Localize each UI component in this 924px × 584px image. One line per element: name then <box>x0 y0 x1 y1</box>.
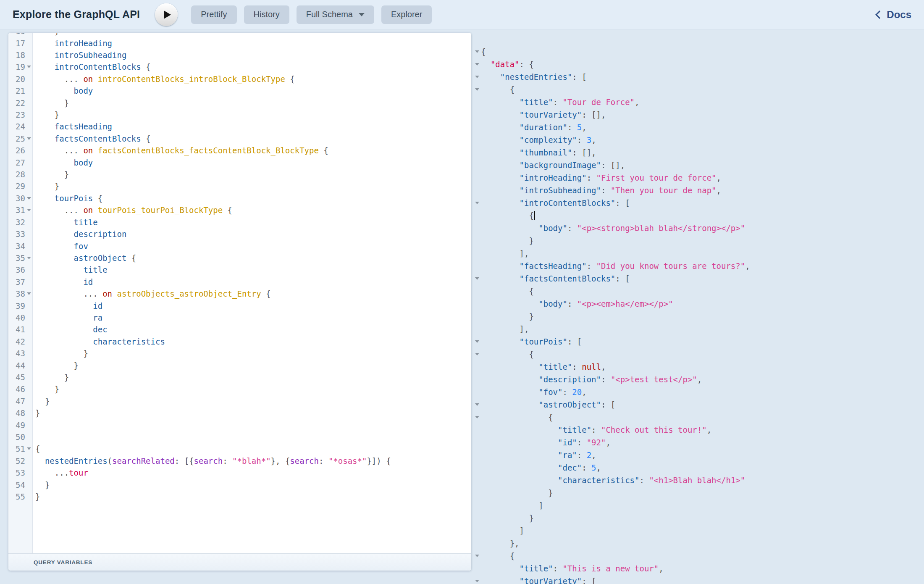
token-prop: body <box>74 158 93 167</box>
query-code-line[interactable]: 51{ <box>8 443 471 455</box>
fold-arrow-icon[interactable] <box>475 202 479 204</box>
query-code-line[interactable]: 22} <box>8 97 471 108</box>
fold-arrow-icon[interactable] <box>27 137 31 140</box>
text-cursor <box>534 211 535 220</box>
line-number: 42 <box>8 337 25 346</box>
query-code-line[interactable]: 40ra <box>8 312 471 324</box>
query-code-line[interactable]: 20... on introContentBlocks_introBlock_B… <box>8 73 471 85</box>
line-number: 37 <box>8 277 25 287</box>
query-code-line[interactable]: 19introContentBlocks { <box>8 61 471 73</box>
token-prop: "introHeading" <box>520 173 587 182</box>
query-code-line[interactable]: 47} <box>8 395 471 407</box>
token-punct: , <box>717 173 721 182</box>
token-str: "Tour de Force" <box>562 97 635 107</box>
query-code-line[interactable]: 38... on astroObjects_astroObject_Entry … <box>8 288 471 300</box>
fold-arrow-icon[interactable] <box>475 555 479 557</box>
query-code-line[interactable]: 28} <box>8 168 471 180</box>
query-code-line[interactable]: 43} <box>8 347 471 359</box>
fold-arrow-icon[interactable] <box>475 403 479 406</box>
fold-arrow-icon[interactable] <box>27 257 31 259</box>
query-code-line[interactable]: 50 <box>8 431 471 443</box>
query-code-line[interactable]: 32title <box>8 216 471 228</box>
query-code-line[interactable]: 23} <box>8 109 471 121</box>
token-punct: } <box>529 513 533 523</box>
full-schema-dropdown[interactable]: Full Schema <box>297 5 374 24</box>
query-code-line[interactable]: 27body <box>8 156 471 168</box>
token-punct: { <box>223 205 232 215</box>
prettify-button[interactable]: Prettify <box>191 5 236 24</box>
query-code-line[interactable]: 31... on tourPois_tourPoi_BlockType { <box>8 204 471 216</box>
fold-arrow-icon[interactable] <box>475 353 479 355</box>
token-prop: "title" <box>520 564 553 573</box>
token-prop: "tourVariety" <box>520 576 582 584</box>
query-code-line[interactable]: 18introSubheading <box>8 49 471 61</box>
line-number: 29 <box>8 182 25 191</box>
query-code-line[interactable]: 26... on factsContentBlocks_factsContent… <box>8 145 471 156</box>
token-punct: : [], <box>601 160 625 170</box>
query-code-line[interactable]: 16} <box>8 33 471 37</box>
query-code-line[interactable]: 49 <box>8 419 471 431</box>
query-code-line[interactable]: 36title <box>8 264 471 276</box>
docs-link[interactable]: Docs <box>877 9 911 21</box>
history-button[interactable]: History <box>244 5 289 24</box>
query-code-line[interactable]: 45} <box>8 371 471 383</box>
query-code-line[interactable]: 44} <box>8 359 471 371</box>
line-number: 19 <box>8 62 25 71</box>
query-code-line[interactable]: 42characteristics <box>8 336 471 347</box>
token-punct: : <box>601 186 611 195</box>
result-code-line: "factsContentBlocks": [ <box>471 272 924 285</box>
token-punct: : [ <box>572 72 586 82</box>
query-code-line[interactable]: 33description <box>8 228 471 240</box>
fold-arrow-icon[interactable] <box>27 197 31 200</box>
query-code-line[interactable]: 53...tour <box>8 467 471 479</box>
fold-arrow-icon[interactable] <box>475 76 479 78</box>
token-punct: : <box>577 450 587 460</box>
token-punct: : [ <box>601 400 615 409</box>
query-code-line[interactable]: 30tourPois { <box>8 192 471 204</box>
token-punct: ], <box>520 324 529 334</box>
fold-arrow-icon[interactable] <box>475 340 479 343</box>
line-number: 40 <box>8 313 25 322</box>
query-code-line[interactable]: 55} <box>8 491 471 502</box>
result-code-line: "tourVariety": [ <box>471 575 924 584</box>
query-code-line[interactable]: 24factsHeading <box>8 121 471 132</box>
token-punct: : <box>562 387 572 397</box>
query-code-line[interactable]: 29} <box>8 180 471 192</box>
query-code-line[interactable]: 17introHeading <box>8 37 471 49</box>
query-code-line[interactable]: 34fov <box>8 240 471 252</box>
fold-arrow-icon[interactable] <box>475 88 479 91</box>
token-prop: factsContentBlocks <box>55 134 141 143</box>
explorer-button[interactable]: Explorer <box>381 5 432 24</box>
query-code-line[interactable]: 35astroObject { <box>8 252 471 264</box>
fold-arrow-icon[interactable] <box>475 50 479 53</box>
token-punct: : <box>601 375 611 384</box>
query-variables-bar[interactable]: QUERY VARIABLES <box>8 553 471 571</box>
query-code-line[interactable]: 39id <box>8 300 471 311</box>
query-code-line[interactable]: 46} <box>8 383 471 395</box>
token-punct: }]) { <box>367 456 391 466</box>
query-editor[interactable]: 16}17introHeading18introSubheading19intr… <box>8 33 471 553</box>
query-code-line[interactable]: 21body <box>8 85 471 97</box>
fold-arrow-icon[interactable] <box>27 292 31 295</box>
query-code-line[interactable]: 41dec <box>8 324 471 335</box>
result-code-line: "nestedEntries": [ <box>471 71 924 83</box>
execute-query-button[interactable] <box>155 3 178 26</box>
result-code-line: { <box>471 411 924 424</box>
fold-arrow-icon[interactable] <box>475 277 479 280</box>
fold-arrow-icon[interactable] <box>27 66 31 68</box>
query-code-line[interactable]: 48} <box>8 407 471 419</box>
fold-arrow-icon[interactable] <box>475 416 479 418</box>
fold-arrow-icon[interactable] <box>475 63 479 66</box>
fold-arrow-icon[interactable] <box>27 209 31 211</box>
fold-arrow-icon[interactable] <box>27 447 31 450</box>
query-code-line[interactable]: 54} <box>8 479 471 490</box>
query-code-line[interactable]: 25factsContentBlocks { <box>8 133 471 145</box>
query-code-line[interactable]: 37id <box>8 276 471 288</box>
line-number: 39 <box>8 301 25 310</box>
fold-arrow-icon[interactable] <box>475 580 479 582</box>
graphiql-app: { "header": { "title": "Explore the Grap… <box>0 0 924 584</box>
token-punct: { <box>93 194 102 203</box>
play-icon <box>164 11 171 19</box>
query-code-line[interactable]: 52nestedEntries(searchRelated: [{search:… <box>8 455 471 467</box>
line-number: 44 <box>8 361 25 370</box>
